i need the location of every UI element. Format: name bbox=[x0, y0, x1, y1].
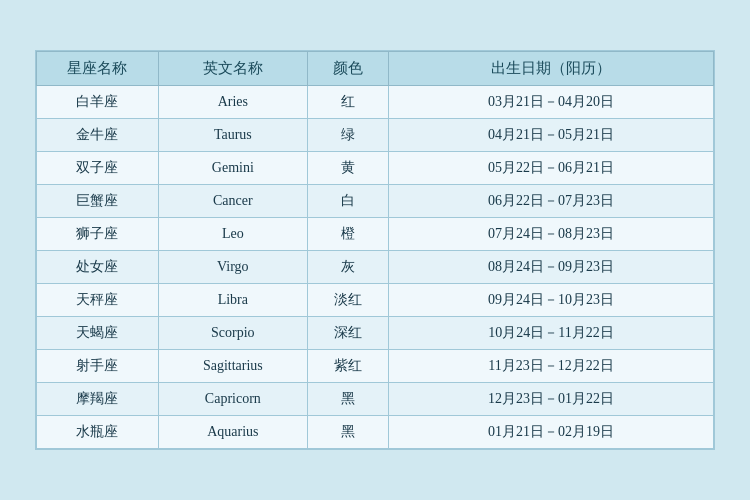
cell-chinese: 天秤座 bbox=[37, 284, 159, 317]
cell-chinese: 狮子座 bbox=[37, 218, 159, 251]
cell-color: 红 bbox=[307, 86, 388, 119]
cell-english: Taurus bbox=[158, 119, 307, 152]
table-row: 处女座Virgo灰08月24日－09月23日 bbox=[37, 251, 714, 284]
cell-date: 08月24日－09月23日 bbox=[389, 251, 714, 284]
table-row: 金牛座Taurus绿04月21日－05月21日 bbox=[37, 119, 714, 152]
table-row: 水瓶座Aquarius黑01月21日－02月19日 bbox=[37, 416, 714, 449]
table-row: 巨蟹座Cancer白06月22日－07月23日 bbox=[37, 185, 714, 218]
cell-english: Scorpio bbox=[158, 317, 307, 350]
cell-date: 07月24日－08月23日 bbox=[389, 218, 714, 251]
cell-date: 12月23日－01月22日 bbox=[389, 383, 714, 416]
table-row: 天蝎座Scorpio深红10月24日－11月22日 bbox=[37, 317, 714, 350]
cell-english: Capricorn bbox=[158, 383, 307, 416]
cell-color: 淡红 bbox=[307, 284, 388, 317]
table-row: 白羊座Aries红03月21日－04月20日 bbox=[37, 86, 714, 119]
cell-color: 白 bbox=[307, 185, 388, 218]
header-color: 颜色 bbox=[307, 52, 388, 86]
cell-color: 紫红 bbox=[307, 350, 388, 383]
cell-date: 09月24日－10月23日 bbox=[389, 284, 714, 317]
cell-color: 灰 bbox=[307, 251, 388, 284]
header-chinese-name: 星座名称 bbox=[37, 52, 159, 86]
cell-date: 05月22日－06月21日 bbox=[389, 152, 714, 185]
cell-color: 黄 bbox=[307, 152, 388, 185]
cell-chinese: 处女座 bbox=[37, 251, 159, 284]
cell-date: 04月21日－05月21日 bbox=[389, 119, 714, 152]
table-row: 狮子座Leo橙07月24日－08月23日 bbox=[37, 218, 714, 251]
table-row: 天秤座Libra淡红09月24日－10月23日 bbox=[37, 284, 714, 317]
cell-chinese: 双子座 bbox=[37, 152, 159, 185]
cell-chinese: 巨蟹座 bbox=[37, 185, 159, 218]
cell-color: 深红 bbox=[307, 317, 388, 350]
cell-date: 03月21日－04月20日 bbox=[389, 86, 714, 119]
cell-english: Libra bbox=[158, 284, 307, 317]
cell-date: 11月23日－12月22日 bbox=[389, 350, 714, 383]
cell-english: Virgo bbox=[158, 251, 307, 284]
header-birth-date: 出生日期（阳历） bbox=[389, 52, 714, 86]
cell-date: 10月24日－11月22日 bbox=[389, 317, 714, 350]
cell-chinese: 水瓶座 bbox=[37, 416, 159, 449]
cell-date: 06月22日－07月23日 bbox=[389, 185, 714, 218]
cell-chinese: 天蝎座 bbox=[37, 317, 159, 350]
table-header-row: 星座名称 英文名称 颜色 出生日期（阳历） bbox=[37, 52, 714, 86]
cell-color: 黑 bbox=[307, 416, 388, 449]
cell-english: Gemini bbox=[158, 152, 307, 185]
cell-chinese: 摩羯座 bbox=[37, 383, 159, 416]
cell-color: 绿 bbox=[307, 119, 388, 152]
table-row: 射手座Sagittarius紫红11月23日－12月22日 bbox=[37, 350, 714, 383]
cell-date: 01月21日－02月19日 bbox=[389, 416, 714, 449]
table-row: 双子座Gemini黄05月22日－06月21日 bbox=[37, 152, 714, 185]
cell-chinese: 白羊座 bbox=[37, 86, 159, 119]
header-english-name: 英文名称 bbox=[158, 52, 307, 86]
cell-english: Aries bbox=[158, 86, 307, 119]
cell-chinese: 射手座 bbox=[37, 350, 159, 383]
cell-color: 黑 bbox=[307, 383, 388, 416]
cell-english: Cancer bbox=[158, 185, 307, 218]
cell-english: Leo bbox=[158, 218, 307, 251]
cell-chinese: 金牛座 bbox=[37, 119, 159, 152]
table-row: 摩羯座Capricorn黑12月23日－01月22日 bbox=[37, 383, 714, 416]
zodiac-table: 星座名称 英文名称 颜色 出生日期（阳历） 白羊座Aries红03月21日－04… bbox=[36, 51, 714, 449]
cell-color: 橙 bbox=[307, 218, 388, 251]
zodiac-table-container: 星座名称 英文名称 颜色 出生日期（阳历） 白羊座Aries红03月21日－04… bbox=[35, 50, 715, 450]
cell-english: Sagittarius bbox=[158, 350, 307, 383]
cell-english: Aquarius bbox=[158, 416, 307, 449]
